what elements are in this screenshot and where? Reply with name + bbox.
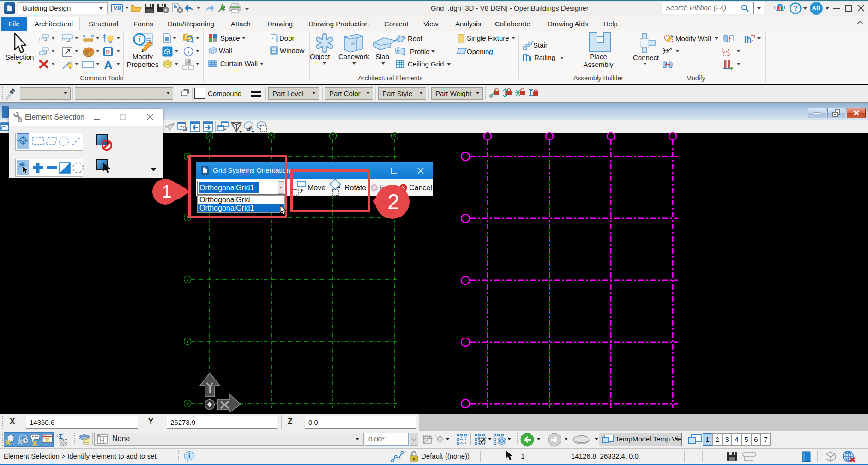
svg-text:A: A: [208, 133, 211, 138]
svg-text:3: 3: [186, 277, 188, 282]
svg-text:B: B: [270, 133, 273, 138]
svg-text:1: 1: [186, 401, 188, 406]
svg-text:3: 3: [778, 6, 781, 11]
svg-text:2: 2: [186, 339, 188, 344]
svg-text:C: C: [332, 133, 335, 138]
svg-text:AS: AS: [186, 60, 190, 63]
svg-text:D: D: [393, 133, 397, 138]
svg-text:?: ?: [793, 5, 798, 12]
svg-text:1: 1: [162, 182, 171, 201]
svg-text:2: 2: [387, 190, 399, 214]
svg-text:i: i: [139, 36, 141, 43]
